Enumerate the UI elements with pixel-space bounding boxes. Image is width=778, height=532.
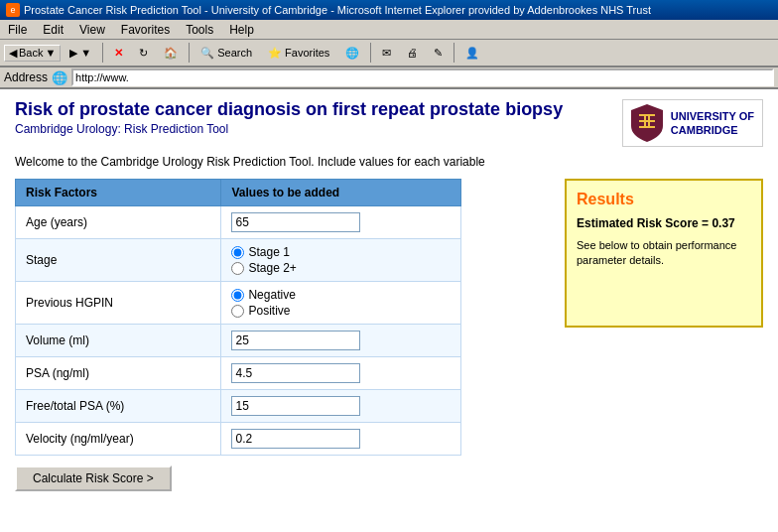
- stage-2-radio[interactable]: [231, 262, 244, 275]
- back-button[interactable]: ◀ Back ▼: [4, 45, 61, 62]
- welcome-text: Welcome to the Cambridge Urology Risk Pr…: [15, 155, 763, 169]
- cambridge-shield-icon: [631, 104, 663, 142]
- edit-page-button[interactable]: ✎: [427, 42, 450, 64]
- results-title: Results: [577, 191, 751, 208]
- forward-button[interactable]: ▶ ▼: [63, 42, 98, 64]
- risk-score: Estimated Risk Score = 0.37: [577, 216, 751, 230]
- cambridge-text: UNIVERSITY OF CAMBRIDGE: [671, 109, 754, 138]
- stage-1-radio[interactable]: [231, 246, 244, 259]
- address-input[interactable]: [71, 68, 774, 86]
- factor-value-cell: [221, 390, 461, 423]
- favorites-button[interactable]: ⭐ Favorites: [261, 42, 336, 64]
- table-row: Stage Stage 1 Stage 2+: [16, 239, 461, 282]
- star-icon: ⭐: [268, 47, 282, 60]
- psa-input[interactable]: [231, 363, 360, 383]
- ie-icon: e: [6, 3, 20, 17]
- separator-3: [370, 43, 371, 63]
- menu-edit[interactable]: Edit: [39, 22, 67, 38]
- menu-view[interactable]: View: [75, 22, 109, 38]
- back-arrow-icon: ◀: [9, 47, 17, 60]
- calculate-button[interactable]: Calculate Risk Score >: [15, 466, 172, 491]
- stage-radio-group: Stage 1 Stage 2+: [231, 245, 451, 275]
- score-equals: =: [702, 216, 712, 230]
- factor-value-cell: [221, 357, 461, 390]
- dropdown-arrow-icon: ▼: [45, 47, 56, 59]
- address-bar: Address 🌐: [0, 67, 778, 89]
- factor-label: Volume (ml): [16, 325, 221, 357]
- velocity-input[interactable]: [231, 429, 360, 449]
- hgpin-negative-label[interactable]: Negative: [231, 288, 451, 302]
- title-bar: e Prostate Cancer Risk Prediction Tool -…: [0, 0, 778, 20]
- factor-label: Stage: [16, 239, 221, 282]
- forward-arrow-icon: ▶: [69, 47, 77, 60]
- table-row: Free/total PSA (%): [16, 390, 461, 423]
- main-content: Risk of prostate cancer diagnosis on fir…: [0, 89, 778, 532]
- table-row: Volume (ml): [16, 325, 461, 357]
- toolbar: ◀ Back ▼ ▶ ▼ ✕ ↻ 🏠 🔍 Search ⭐ Favorites …: [0, 40, 778, 67]
- page-icon: 🌐: [52, 70, 67, 85]
- separator-2: [189, 43, 190, 63]
- table-row: Velocity (ng/ml/year): [16, 423, 461, 456]
- hgpin-positive-radio[interactable]: [231, 305, 244, 318]
- main-layout: Risk Factors Values to be added Age (yea…: [15, 179, 763, 491]
- print-button[interactable]: 🖨: [400, 42, 425, 64]
- col-values: Values to be added: [221, 180, 461, 206]
- factor-value-cell: [221, 206, 461, 239]
- menu-tools[interactable]: Tools: [182, 22, 217, 38]
- refresh-button[interactable]: ↻: [132, 42, 155, 64]
- col-risk-factors: Risk Factors: [16, 180, 221, 206]
- factor-label: PSA (ng/ml): [16, 357, 221, 390]
- media-button[interactable]: 🌐: [338, 42, 366, 64]
- page-subtitle: Cambridge Urology: Risk Prediction Tool: [15, 122, 563, 136]
- menu-file[interactable]: File: [4, 22, 31, 38]
- factor-value-cell: [221, 325, 461, 357]
- stage-2-label[interactable]: Stage 2+: [231, 261, 451, 275]
- factor-value-cell: Negative Positive: [221, 282, 461, 325]
- factor-label: Free/total PSA (%): [16, 390, 221, 423]
- forward-dropdown-icon: ▼: [80, 47, 91, 59]
- hgpin-negative-radio[interactable]: [231, 289, 244, 302]
- menu-bar: File Edit View Favorites Tools Help: [0, 20, 778, 40]
- form-section: Risk Factors Values to be added Age (yea…: [15, 179, 550, 491]
- mail-button[interactable]: ✉: [375, 42, 398, 64]
- stage-1-label[interactable]: Stage 1: [231, 245, 451, 259]
- home-button[interactable]: 🏠: [157, 42, 185, 64]
- risk-factors-table: Risk Factors Values to be added Age (yea…: [15, 179, 461, 456]
- menu-help[interactable]: Help: [225, 22, 258, 38]
- hgpin-radio-group: Negative Positive: [231, 288, 451, 318]
- factor-label: Previous HGPIN: [16, 282, 221, 325]
- cambridge-logo: UNIVERSITY OF CAMBRIDGE: [622, 99, 763, 147]
- factor-label: Age (years): [16, 206, 221, 239]
- user-button[interactable]: 👤: [458, 42, 486, 64]
- factor-value-cell: [221, 423, 461, 456]
- table-row: Previous HGPIN Negative Positive: [16, 282, 461, 325]
- search-button[interactable]: 🔍 Search: [194, 42, 259, 64]
- separator-1: [102, 43, 103, 63]
- hgpin-positive-label[interactable]: Positive: [231, 304, 451, 318]
- title-block: Risk of prostate cancer diagnosis on fir…: [15, 99, 563, 136]
- menu-favorites[interactable]: Favorites: [117, 22, 174, 38]
- volume-input[interactable]: [231, 331, 360, 350]
- search-icon: 🔍: [200, 47, 214, 60]
- age-input[interactable]: [231, 212, 360, 232]
- table-header-row: Risk Factors Values to be added: [16, 180, 461, 206]
- results-panel: Results Estimated Risk Score = 0.37 See …: [565, 179, 763, 328]
- factor-value-cell: Stage 1 Stage 2+: [221, 239, 461, 282]
- window-title: Prostate Cancer Risk Prediction Tool - U…: [24, 4, 651, 16]
- table-row: PSA (ng/ml): [16, 357, 461, 390]
- page-title: Risk of prostate cancer diagnosis on fir…: [15, 99, 563, 120]
- factor-label: Velocity (ng/ml/year): [16, 423, 221, 456]
- table-row: Age (years): [16, 206, 461, 239]
- page-header: Risk of prostate cancer diagnosis on fir…: [15, 99, 763, 147]
- results-note: See below to obtain performance paramete…: [577, 238, 751, 269]
- address-label: Address: [4, 70, 48, 84]
- free-total-psa-input[interactable]: [231, 396, 360, 416]
- stop-button[interactable]: ✕: [107, 42, 130, 64]
- separator-4: [454, 43, 454, 63]
